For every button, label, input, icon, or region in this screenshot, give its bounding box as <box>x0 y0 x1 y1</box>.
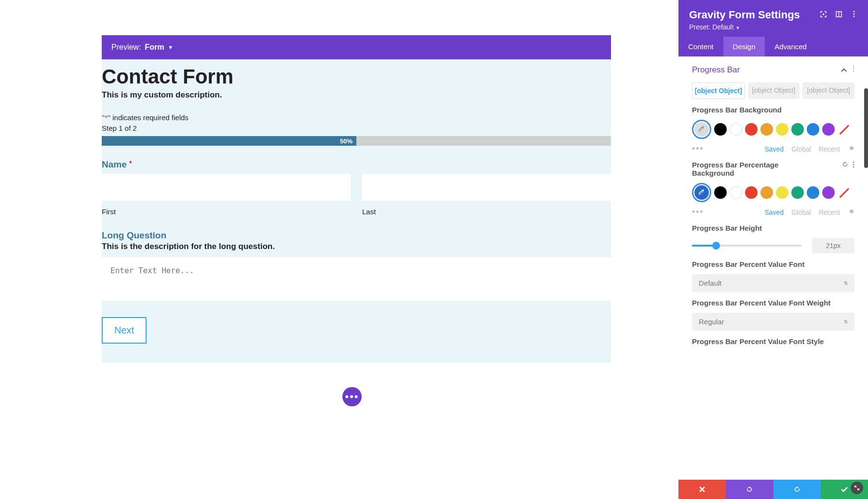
height-value-input[interactable]: 21px <box>812 238 854 253</box>
next-button[interactable]: Next <box>102 317 147 344</box>
layout-icon[interactable] <box>835 11 842 17</box>
swatch-tab-saved[interactable]: Saved <box>764 145 784 153</box>
color-picker-button[interactable] <box>692 120 711 139</box>
label-percent-font: Progress Bar Percent Value Font <box>692 260 854 268</box>
fab-more-options[interactable]: ••• <box>342 387 362 406</box>
name-field-label: Name * <box>102 159 611 170</box>
swatch-purple[interactable] <box>822 123 835 136</box>
fab-expand-button[interactable] <box>851 482 863 494</box>
cancel-button[interactable] <box>678 480 726 499</box>
tab-advanced[interactable]: Advanced <box>765 37 816 56</box>
svg-point-11 <box>853 166 854 167</box>
swatch-transparent[interactable] <box>838 186 850 199</box>
long-question-desc: This is the description for the long que… <box>102 242 611 251</box>
svg-point-5 <box>854 16 855 17</box>
accordion-more-icon[interactable] <box>853 66 854 74</box>
eyedropper-icon <box>698 189 705 197</box>
svg-point-0 <box>823 14 824 14</box>
svg-point-4 <box>854 14 855 15</box>
progress-bar-fill: 50% <box>102 136 356 146</box>
swatch-purple[interactable] <box>822 186 835 199</box>
swatch-orange[interactable] <box>760 186 773 199</box>
preview-label: Preview: <box>111 43 141 52</box>
swatch-black[interactable] <box>714 186 727 199</box>
progress-bar: 50% <box>102 136 611 146</box>
more-options-icon[interactable] <box>851 11 857 17</box>
svg-point-3 <box>854 11 855 13</box>
redo-button[interactable] <box>773 480 821 499</box>
swatch-tab-recent[interactable]: Recent <box>819 145 840 153</box>
percent-bg-swatches <box>692 183 854 202</box>
slider-thumb[interactable] <box>712 242 720 250</box>
select-arrow-icon: ⇅ <box>844 319 848 324</box>
svg-point-10 <box>853 164 854 165</box>
swatch-red[interactable] <box>745 123 758 136</box>
required-fields-note: "*" indicates required fields <box>102 113 611 122</box>
font-weight-select[interactable]: Regular ⇅ <box>692 313 854 331</box>
svg-point-7 <box>853 69 854 70</box>
swatch-tab-saved[interactable]: Saved <box>764 208 784 216</box>
swatch-tab-global[interactable]: Global <box>791 145 811 153</box>
label-bg-color: Progress Bar Background <box>692 106 854 114</box>
swatch-black[interactable] <box>714 123 727 136</box>
more-swatches-icon[interactable]: ••• <box>692 207 704 217</box>
object-tab-3[interactable]: [object Object] <box>802 83 854 99</box>
step-indicator: Step 1 of 2 <box>102 124 611 132</box>
progress-percent-value: 50% <box>340 138 353 145</box>
height-slider[interactable] <box>692 245 801 247</box>
swatch-orange[interactable] <box>760 123 773 136</box>
swatch-transparent[interactable] <box>838 123 850 136</box>
label-percent-bg: Progress Bar Percentage Background <box>692 161 779 177</box>
swatch-white[interactable] <box>730 186 742 199</box>
preview-banner[interactable]: Preview: Form ▼ <box>102 35 611 59</box>
swatch-yellow[interactable] <box>776 186 788 199</box>
preset-selector[interactable]: Preset: Default ▼ <box>689 23 800 31</box>
long-question-label: Long Question <box>102 230 611 241</box>
more-swatches-icon[interactable]: ••• <box>692 144 704 154</box>
first-name-sublabel: First <box>102 208 351 216</box>
undo-button[interactable] <box>726 480 773 499</box>
gear-icon[interactable] <box>848 208 854 216</box>
label-height: Progress Bar Height <box>692 224 854 232</box>
long-question-textarea[interactable] <box>102 257 611 301</box>
swatch-tab-recent[interactable]: Recent <box>819 208 840 216</box>
tab-content[interactable]: Content <box>678 37 723 56</box>
bg-color-swatches <box>692 120 854 139</box>
color-picker-button[interactable] <box>692 183 711 202</box>
last-name-sublabel: Last <box>362 208 611 216</box>
object-tab-2[interactable]: [object Object] <box>748 83 800 99</box>
gear-icon[interactable] <box>848 145 854 153</box>
accordion-progress-bar[interactable]: Progress Bar <box>678 56 868 83</box>
sidebar-title: Gravity Form Settings <box>689 9 800 21</box>
svg-point-9 <box>853 161 854 163</box>
svg-point-6 <box>853 66 854 68</box>
label-percent-font-weight: Progress Bar Percent Value Font Weight <box>692 299 854 307</box>
swatch-white[interactable] <box>730 123 742 136</box>
scrollbar-thumb[interactable] <box>864 88 868 168</box>
last-name-input[interactable] <box>362 174 611 201</box>
swatch-tab-global[interactable]: Global <box>791 208 811 216</box>
first-name-input[interactable] <box>102 174 351 201</box>
reset-icon[interactable] <box>841 161 849 170</box>
preview-form-select[interactable]: Form <box>145 43 164 52</box>
tab-design[interactable]: Design <box>723 37 765 56</box>
chevron-down-icon: ▼ <box>168 44 173 50</box>
more-options-icon[interactable] <box>853 161 854 170</box>
swatch-green[interactable] <box>791 186 804 199</box>
form-title: Contact Form <box>102 65 611 88</box>
svg-point-8 <box>853 71 854 72</box>
swatch-yellow[interactable] <box>776 123 788 136</box>
object-tab-1[interactable]: [object Object] <box>692 83 745 99</box>
label-percent-font-style: Progress Bar Percent Value Font Style <box>692 337 854 346</box>
chevron-up-icon <box>841 66 847 74</box>
eyedropper-icon <box>698 125 705 134</box>
select-arrow-icon: ⇅ <box>844 280 848 286</box>
swatch-blue[interactable] <box>807 123 819 136</box>
expand-icon[interactable] <box>820 11 827 17</box>
swatch-blue[interactable] <box>807 186 819 199</box>
font-select[interactable]: Default ⇅ <box>692 274 854 292</box>
swatch-red[interactable] <box>745 186 758 199</box>
swatch-green[interactable] <box>791 123 804 136</box>
form-description: This is my custom description. <box>102 90 611 100</box>
